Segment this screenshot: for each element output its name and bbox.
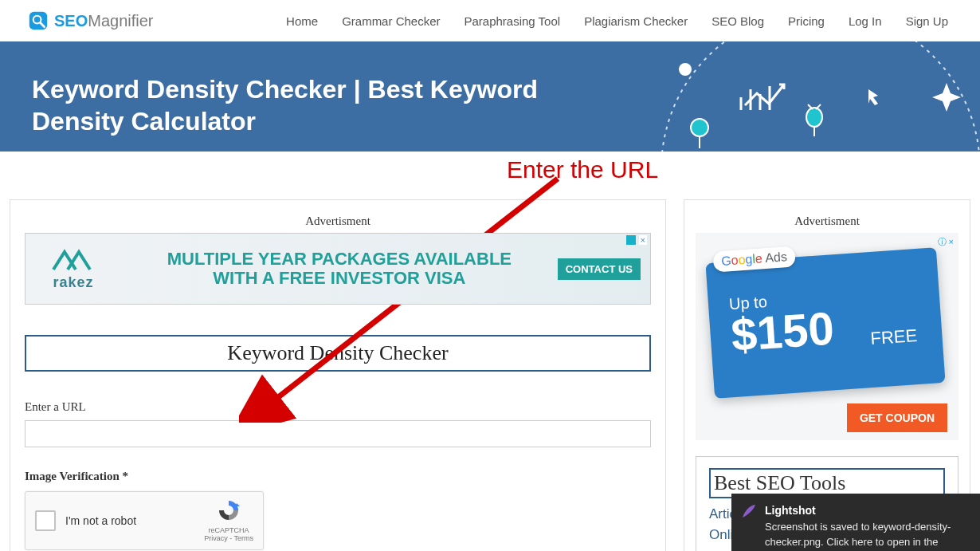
annotation-text: Enter the URL — [507, 156, 658, 183]
nav-home[interactable]: Home — [286, 14, 318, 28]
ad-brand-text: rakez — [25, 274, 121, 291]
svg-point-3 — [679, 63, 692, 76]
top-bar: SEOMagnifier Home Grammar Checker Paraph… — [0, 0, 980, 41]
recaptcha-checkbox[interactable] — [35, 510, 56, 531]
toast-body: Screenshot is saved to keyword-density-c… — [765, 520, 969, 551]
ad-brand-block: rakez — [25, 247, 121, 291]
ad-headline: MULTIPLE YEAR PACKAGES AVAILABLE WITH A … — [121, 250, 558, 288]
adchoices-icon[interactable] — [626, 235, 636, 245]
main-nav: Home Grammar Checker Paraphrasing Tool P… — [286, 14, 948, 28]
svg-marker-15 — [932, 83, 961, 112]
nav-pricing[interactable]: Pricing — [788, 14, 825, 28]
page-title: Keyword Density Checker | Best Keyword D… — [32, 73, 590, 137]
nav-signup[interactable]: Sign Up — [906, 14, 948, 28]
recaptcha-icon — [216, 498, 241, 522]
recaptcha-label: I'm not a robot — [65, 514, 194, 527]
ad-close-icon[interactable]: × — [639, 235, 647, 245]
nav-paraphrase[interactable]: Paraphrasing Tool — [464, 14, 560, 28]
url-label: Enter a URL — [25, 400, 651, 414]
tool-title: Keyword Density Checker — [25, 335, 651, 372]
adchoices-icon[interactable]: ⓘ × — [938, 236, 955, 248]
ad-cta-button[interactable]: CONTACT US — [558, 258, 641, 280]
ad-banner[interactable]: rakez MULTIPLE YEAR PACKAGES AVAILABLE W… — [25, 233, 651, 305]
get-coupon-button[interactable]: GET COUPON — [847, 403, 947, 432]
svg-marker-14 — [868, 89, 878, 105]
url-input[interactable] — [25, 420, 651, 447]
feather-icon — [741, 503, 757, 519]
side-ad[interactable]: ⓘ × Google Ads Up to $150 FREE GET COUPO… — [696, 233, 958, 440]
verification-label: Image Verification * — [25, 470, 651, 483]
hero-decoration — [613, 41, 980, 152]
lightshot-toast[interactable]: Lightshot Screenshot is saved to keyword… — [731, 494, 980, 551]
logo-text: SEOMagnifier — [54, 12, 154, 30]
google-ads-card: Google Ads Up to $150 FREE — [705, 247, 945, 399]
svg-point-10 — [806, 108, 822, 127]
nav-blog[interactable]: SEO Blog — [711, 14, 764, 28]
hero-banner: Keyword Density Checker | Best Keyword D… — [0, 41, 980, 152]
nav-login[interactable]: Log In — [849, 14, 882, 28]
rakez-logo-icon — [52, 247, 95, 271]
recaptcha-badge: reCAPTCHA Privacy - Terms — [204, 498, 253, 543]
ad-label: Advertisment — [25, 214, 651, 228]
svg-point-4 — [691, 119, 708, 136]
site-logo[interactable]: SEOMagnifier — [27, 10, 154, 32]
google-ads-chip: Google Ads — [712, 246, 795, 272]
toast-title: Lightshot — [765, 503, 969, 519]
recaptcha-widget[interactable]: I'm not a robot reCAPTCHA Privacy - Term… — [25, 491, 264, 550]
side-ad-label: Advertisment — [696, 214, 958, 228]
magnifier-icon — [27, 10, 49, 32]
main-panel: Advertisment rakez MULTIPLE YEAR PACKAGE… — [10, 199, 666, 551]
nav-plagiarism[interactable]: Plagiarism Checker — [584, 14, 688, 28]
nav-grammar[interactable]: Grammar Checker — [342, 14, 440, 28]
